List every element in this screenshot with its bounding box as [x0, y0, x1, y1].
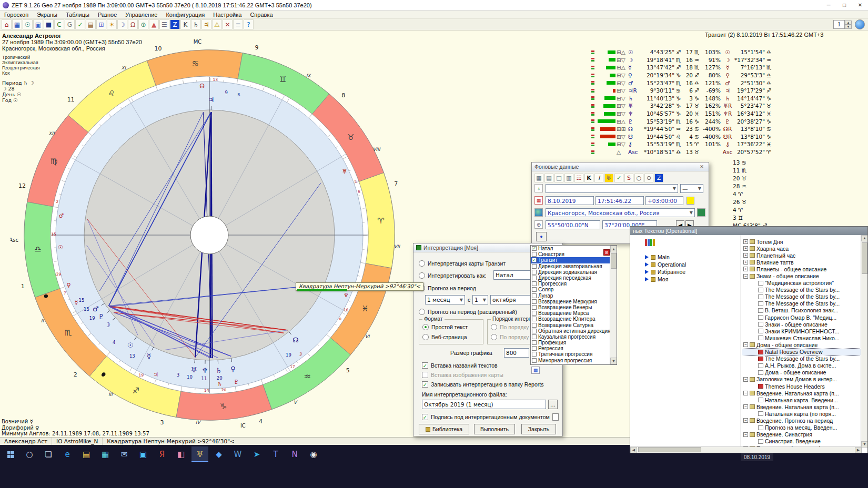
chart-type-checkbox[interactable] [532, 287, 537, 292]
taskbar-teams-icon[interactable]: T [267, 446, 284, 462]
tree-item[interactable]: А.Н. Рыжов. Дома в систе... [742, 362, 862, 369]
toolbar-zet-icon[interactable]: Z [170, 19, 180, 29]
toolbar-calendar-icon[interactable]: ▤ [86, 19, 96, 29]
collapse-icon[interactable]: − [743, 391, 748, 395]
taskbar-telegram-icon[interactable]: ➤ [248, 446, 265, 462]
category-моя[interactable]: Моя [645, 276, 668, 282]
chart-type-checkbox[interactable] [532, 329, 537, 333]
toolbar-node-icon[interactable]: Ω [128, 19, 138, 29]
transit-table-row[interactable]: ⊞▽♂15°23'47"♏16♎121%♂2°51'30"♎ [591, 79, 773, 87]
dialog-close-icon[interactable]: ✕ [698, 164, 706, 170]
date-field[interactable]: 8.10.2019 [546, 196, 594, 205]
color-swatch[interactable] [687, 197, 694, 205]
toolbar-select-icon[interactable]: ✓ [75, 19, 85, 29]
tree-vertical-scrollbar[interactable]: ▲ ▼ [861, 235, 867, 448]
browse-button[interactable]: … [548, 400, 558, 409]
radio-web-page[interactable] [422, 334, 429, 340]
chart-type-item[interactable]: Профекция [531, 340, 617, 345]
chart-type-checkbox[interactable] [532, 299, 537, 304]
tree-item[interactable]: "Медицинская астрология" [742, 280, 862, 287]
transit-table-row[interactable]: ⊞△☿13°47'42"♐18♏127%☿7°16'13"♏ [591, 64, 773, 72]
close-dialog-button[interactable]: Закрыть [521, 424, 556, 434]
bgdata-circle-icon[interactable]: ○ [634, 174, 643, 182]
tree-item[interactable]: The Message of the Stars by... [742, 300, 862, 307]
chart-type-checkbox[interactable] [532, 346, 537, 351]
location-combo[interactable]: Красногорск, Московская обл., Россия▼ [546, 208, 695, 217]
tree-item[interactable]: Прогноз на месяц. Введен... [742, 424, 862, 431]
bgdata-info-icon[interactable]: I [594, 174, 603, 182]
taskbar-start-icon[interactable] [2, 446, 19, 462]
period-length-combo[interactable]: 1 месяц▼ [425, 295, 465, 304]
chart-type-checkbox[interactable] [532, 305, 537, 310]
listbox-scrollbar[interactable]: ▲▼ [610, 246, 617, 364]
bgdata-table-icon[interactable]: ☷ [574, 174, 583, 182]
toolbar-database-icon[interactable]: ■ [44, 19, 54, 29]
toolbar-calculator-icon[interactable]: C [54, 19, 64, 29]
chart-type-item[interactable]: ✓Транзит [531, 257, 617, 263]
day-combo[interactable]: 1▼ [472, 295, 488, 304]
tree-item[interactable]: −Введение. Натальная карта (п... [742, 403, 862, 410]
chart-type-item[interactable]: Возвращение Марса [531, 310, 617, 316]
record-button[interactable]: ● [536, 232, 547, 241]
taskbar-explorer-icon[interactable]: ▤ [78, 446, 95, 462]
toolbar-list-icon[interactable]: ☰ [159, 19, 169, 29]
chart-type-checkbox[interactable] [532, 293, 537, 298]
chart-type-checkbox[interactable]: ✓ [532, 246, 537, 251]
taskbar-edge-icon[interactable]: e [59, 446, 76, 462]
close-button[interactable]: ✕ [852, 0, 868, 10]
tree-item[interactable]: +Планетный час [742, 252, 862, 259]
expand-icon[interactable]: + [743, 253, 748, 258]
chart-type-item[interactable]: Дирекция экваториальная [531, 263, 617, 269]
toolbar-world-icon[interactable]: ☉ [23, 19, 33, 29]
chart-type-checkbox[interactable] [532, 276, 537, 280]
toolbar-saturn-icon[interactable]: ♄ [191, 19, 201, 29]
chart-type-item[interactable]: Прогрессия [531, 281, 617, 287]
expand-icon[interactable]: + [743, 260, 748, 265]
collapse-icon[interactable]: − [743, 274, 748, 279]
taskbar-chrome-icon[interactable]: ◉ [305, 446, 322, 462]
menu-customize[interactable]: Настройка [209, 12, 246, 18]
chart-type-item[interactable]: Возвращение Сатурна [531, 322, 617, 328]
menu-help[interactable]: Справка [246, 12, 277, 18]
chart-type-checkbox[interactable] [532, 317, 537, 321]
tree-item[interactable]: Знаки - общее описание [742, 321, 862, 328]
toolbar-jupiter-icon[interactable]: ♃ [201, 19, 211, 29]
radio-interpret-as[interactable] [419, 272, 425, 279]
expand-icon[interactable]: + [743, 246, 748, 251]
taskbar-photos-icon[interactable]: ▣ [135, 446, 152, 462]
globe-icon[interactable] [855, 19, 865, 29]
checkbox-insert-chart-image[interactable] [422, 372, 428, 378]
maximize-button[interactable]: □ [836, 0, 852, 10]
category-main[interactable]: Main [645, 254, 670, 260]
transit-table-row[interactable]: ⊞▽♅3°42'28"♑17♉162%♅R5°23'47"♉ [591, 102, 773, 110]
bgdata-new-doc-icon[interactable]: □ [554, 174, 563, 182]
transit-table-row[interactable]: ⊞▽♄11°40'13"♑3♑148%♄14°14'47"♑ [591, 95, 773, 103]
bgdata-copy-icon[interactable]: ▦ [534, 174, 543, 182]
taskbar-word-icon[interactable]: W [229, 446, 246, 462]
collapse-icon[interactable]: − [743, 342, 748, 347]
tree-item[interactable]: −Дома - общее описание [742, 341, 862, 348]
timezone-field[interactable]: +03:00:00 [645, 196, 683, 205]
tree-item[interactable]: Дома - общее описание [742, 369, 862, 376]
menu-control[interactable]: Управление [121, 12, 162, 18]
chart-type-checkbox[interactable] [532, 311, 537, 316]
category-operational[interactable]: Operational [645, 261, 686, 268]
event-list-icon[interactable]: ♁ [534, 184, 543, 192]
menu-screens[interactable]: Экраны [33, 12, 62, 18]
transit-table-row[interactable]: ⊞▽☽19°18'41"♏16♒91%☽*17°32'34"♒ [591, 56, 773, 64]
category-избранное[interactable]: Избранное [645, 269, 685, 275]
transit-table-row[interactable]: ⊞▽⚷15°53'19"♏15♈101%⚷17°36'22"♓ [591, 140, 773, 148]
atlas-icon[interactable] [697, 208, 705, 217]
library-button[interactable]: Библиотека [419, 424, 469, 434]
tree-item[interactable]: Натальная карта. Введени... [742, 396, 862, 403]
taskbar-search-icon[interactable]: ○ [21, 446, 38, 462]
bgdata-sun-icon[interactable]: ⊙ [644, 174, 653, 182]
expand-icon[interactable]: + [743, 267, 748, 271]
toolbar-tables-icon[interactable]: ▦ [12, 19, 22, 29]
collapse-icon[interactable]: − [743, 432, 748, 437]
chart-type-checkbox[interactable] [532, 323, 537, 328]
bgdata-zet-blue-icon[interactable]: Z [654, 174, 663, 182]
taskbar-zet-icon[interactable]: ♅ [191, 446, 208, 462]
menu-tables[interactable]: Таблицы [62, 12, 94, 18]
toolbar-graphics-icon[interactable]: G [65, 19, 75, 29]
